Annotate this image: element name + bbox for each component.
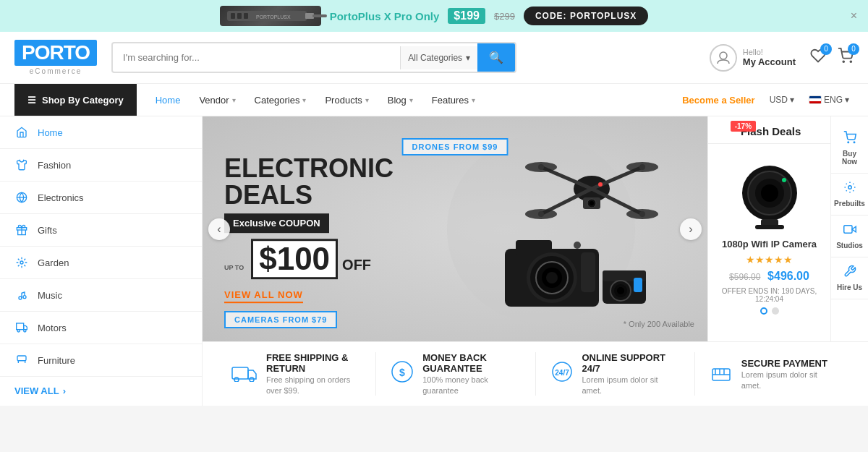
hero-and-flash: DRONES FROM $99 <box>203 116 868 341</box>
top-banner: PORTOPLUSX PortoPlus X Pro Only $199 $29… <box>0 0 868 32</box>
chevron-down-icon: ▾ <box>302 96 306 104</box>
sidebar-item-motors[interactable]: Motors <box>0 312 202 344</box>
logo-brand: PORTO <box>14 40 97 66</box>
svg-rect-16 <box>17 323 24 330</box>
slider-next-button[interactable]: › <box>680 218 702 240</box>
sidebar-item-electronics[interactable]: Electronics <box>0 182 202 214</box>
banner-product-image: PORTOPLUSX <box>220 6 321 26</box>
nav-link-categories[interactable]: Categories ▾ <box>246 86 315 114</box>
shop-by-category-button[interactable]: ☰ Shop By Category <box>14 84 137 116</box>
support-icon: 24/7 <box>550 360 574 388</box>
right-sidebar-buy-now[interactable]: Buy Now <box>831 124 868 174</box>
banner-old-price: $299 <box>494 11 515 22</box>
svg-point-29 <box>538 164 544 170</box>
account-area[interactable]: Hello! My Account <box>710 44 796 72</box>
chevron-down-icon: ▾ <box>232 96 236 104</box>
currency-selector[interactable]: USD ▾ <box>765 92 799 108</box>
sidebar-item-garden[interactable]: Garden <box>0 247 202 279</box>
svg-point-15 <box>23 296 26 299</box>
search-bar: All Categories ▾ 🔍 <box>111 42 516 73</box>
nav-link-home[interactable]: Home <box>147 86 190 114</box>
flash-dot-1[interactable] <box>760 307 767 315</box>
language-selector[interactable]: ENG ▾ <box>804 92 854 108</box>
home-icon <box>14 125 29 140</box>
right-sidebar-hire-us[interactable]: Hire Us <box>831 257 868 299</box>
flash-dot-2[interactable] <box>772 307 779 315</box>
account-text: Hello! My Account <box>743 48 796 67</box>
svg-point-58 <box>782 178 786 182</box>
logo[interactable]: PORTO eCommerce <box>14 40 97 75</box>
sidebar-item-music[interactable]: Music <box>0 279 202 312</box>
chevron-down-icon: ▾ <box>472 96 475 104</box>
nav-link-blog[interactable]: Blog ▾ <box>379 86 422 114</box>
svg-point-13 <box>20 261 23 264</box>
svg-rect-2 <box>231 13 235 19</box>
feature-money-back: $ MONEY BACK GUARANTEE 100% money back g… <box>376 352 535 396</box>
flash-prices: $596.00 $496.00 <box>715 270 823 283</box>
sidebar-item-home[interactable]: Home <box>0 116 202 149</box>
flag-icon <box>809 95 822 104</box>
wishlist-button[interactable]: 0 <box>810 48 826 68</box>
svg-point-59 <box>848 142 849 143</box>
action-cam-image <box>599 267 650 312</box>
motors-icon <box>14 320 29 335</box>
svg-text:$: $ <box>399 367 405 378</box>
svg-point-32 <box>639 211 645 217</box>
feature-money-back-text: MONEY BACK GUARANTEE 100% money back gua… <box>422 352 520 396</box>
chevron-down-icon: ▾ <box>466 53 470 63</box>
svg-rect-4 <box>244 13 248 19</box>
search-category-dropdown[interactable]: All Categories ▾ <box>400 46 477 69</box>
svg-marker-62 <box>852 226 856 232</box>
flash-new-price: $496.00 <box>767 270 809 282</box>
banner-close-button[interactable]: × <box>851 9 857 22</box>
flash-product-stars: ★★★★★ <box>715 254 823 265</box>
nav-links: Home Vendor ▾ Categories ▾ Products ▾ Bl… <box>147 86 680 114</box>
hire-us-icon <box>843 265 856 281</box>
header: PORTO eCommerce All Categories ▾ 🔍 Hello… <box>0 32 868 84</box>
svg-rect-3 <box>237 13 242 19</box>
banner-content: PORTOPLUSX PortoPlus X Pro Only $199 $29… <box>220 6 649 26</box>
svg-rect-19 <box>17 356 26 361</box>
fashion-icon <box>14 158 29 172</box>
feature-secure-text: SECURE PAYMENT Lorem ipsum dolor sit ame… <box>741 358 839 391</box>
slider-prev-button[interactable]: ‹ <box>208 218 230 240</box>
sidebar-item-gifts[interactable]: Gifts <box>0 214 202 247</box>
music-icon <box>14 288 29 302</box>
sidebar-item-fashion[interactable]: Fashion <box>0 149 202 182</box>
svg-rect-1 <box>305 13 314 19</box>
svg-point-61 <box>848 186 851 189</box>
search-button[interactable]: 🔍 <box>477 43 515 72</box>
nav-link-features[interactable]: Features ▾ <box>423 86 484 114</box>
nav-link-vendor[interactable]: Vendor ▾ <box>190 86 244 114</box>
become-seller-link[interactable]: Become a Seller <box>682 95 754 106</box>
chevron-down-icon: ▾ <box>365 96 369 104</box>
svg-point-55 <box>761 184 778 202</box>
right-sidebar-prebuilts[interactable]: Prebuilts <box>831 174 868 216</box>
chevron-down-icon: ▾ <box>409 96 413 104</box>
view-all-link[interactable]: VIEW ALL › <box>0 377 202 405</box>
svg-text:24/7: 24/7 <box>555 369 569 377</box>
drones-label: DRONES FROM $99 <box>402 138 509 155</box>
right-sidebar-studios[interactable]: Studios <box>831 216 868 257</box>
search-input[interactable] <box>113 46 400 69</box>
gifts-icon <box>14 223 29 237</box>
svg-point-35 <box>590 201 594 205</box>
prebuilts-icon <box>843 181 856 197</box>
chevron-right-icon: › <box>63 385 66 396</box>
svg-point-8 <box>850 61 851 62</box>
right-sidebar: Buy Now Prebuilts <box>830 116 868 341</box>
svg-point-30 <box>639 164 645 170</box>
cart-button[interactable]: 0 <box>838 48 854 68</box>
feature-support: 24/7 ONLINE SUPPORT 24/7 Lorem ipsum dol… <box>536 352 695 396</box>
hamburger-icon: ☰ <box>27 95 36 106</box>
electronics-icon <box>14 190 29 205</box>
sidebar-item-furniture[interactable]: Furniture <box>0 344 202 377</box>
shipping-icon <box>231 362 258 387</box>
banner-promo-text: PortoPlus X Pro Only <box>330 10 440 22</box>
hero-cta-link[interactable]: VIEW ALL NOW <box>224 289 303 303</box>
account-icon <box>710 44 737 72</box>
flash-offer-ends: OFFER ENDS IN: 190 DAYS, 12:24:04 <box>715 287 823 303</box>
feature-strip: FREE SHIPPING & RETURN Free shipping on … <box>203 341 868 406</box>
nav-link-products[interactable]: Products ▾ <box>316 86 377 114</box>
secure-icon <box>710 360 733 388</box>
